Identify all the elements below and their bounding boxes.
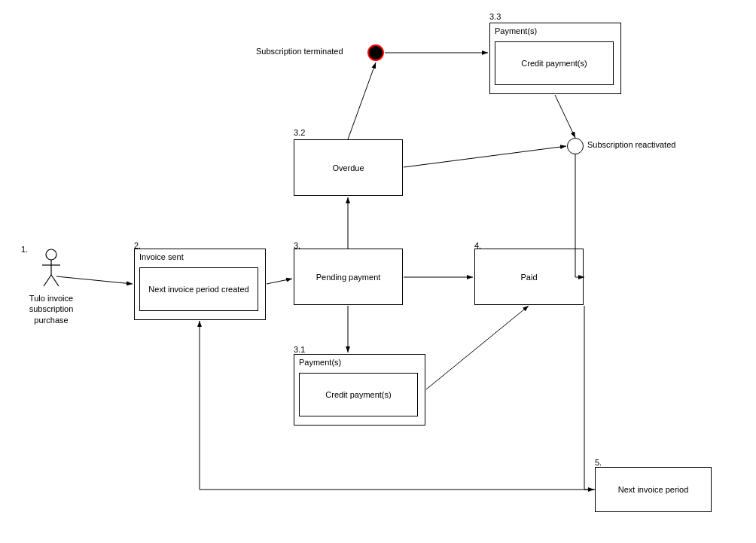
payments-31-outer-label: Payment(s) bbox=[294, 355, 425, 370]
pending-payment-box: Pending payment bbox=[294, 249, 403, 305]
arrow-32-to-end bbox=[348, 63, 376, 139]
next-invoice-label: Next invoice period bbox=[618, 485, 689, 494]
payments-33-outer-box: Payment(s) Credit payment(s) bbox=[489, 23, 621, 94]
invoice-sent-box: Invoice sent Next invoice period created bbox=[134, 249, 266, 320]
node5-number: 5. bbox=[595, 458, 602, 467]
credit-payments-33-box: Credit payment(s) bbox=[495, 41, 614, 85]
arrow-4-to-5 bbox=[584, 306, 594, 490]
overdue-label: Overdue bbox=[332, 163, 364, 172]
arrow-33-to-junction bbox=[555, 95, 575, 138]
overdue-box: Overdue bbox=[294, 139, 403, 196]
end-state bbox=[367, 44, 384, 61]
node33-number: 3.3 bbox=[489, 12, 501, 21]
svg-line-4 bbox=[51, 275, 59, 286]
next-invoice-box: Next invoice period bbox=[595, 467, 712, 512]
credit-payments-31-label: Credit payment(s) bbox=[325, 390, 391, 399]
next-invoice-period-created-box: Next invoice period created bbox=[139, 267, 258, 311]
subscription-reactivated-label: Subscription reactivated bbox=[587, 140, 675, 149]
pending-payment-label: Pending payment bbox=[316, 273, 381, 282]
node31-number: 3.1 bbox=[294, 345, 305, 354]
invoice-sent-label: Invoice sent bbox=[135, 249, 265, 264]
credit-payments-31-box: Credit payment(s) bbox=[299, 373, 418, 416]
payments-33-outer-label: Payment(s) bbox=[490, 23, 620, 38]
junction-circle bbox=[567, 138, 584, 154]
actor-label: Tulo invoice subscription purchase bbox=[21, 293, 81, 325]
actor: Tulo invoice subscription purchase bbox=[21, 249, 81, 325]
arrow-31-to-paid bbox=[426, 306, 529, 389]
arrow-2-to-3 bbox=[267, 279, 292, 284]
svg-line-3 bbox=[44, 275, 51, 286]
subscription-terminated-label: Subscription terminated bbox=[256, 47, 343, 56]
diagram: Tulo invoice subscription purchase 1. 2.… bbox=[0, 0, 756, 543]
actor-number: 1. bbox=[21, 245, 28, 254]
paid-label: Paid bbox=[520, 273, 537, 282]
paid-box: Paid bbox=[474, 249, 584, 305]
arrow-32-to-junction bbox=[404, 146, 566, 167]
svg-point-0 bbox=[46, 249, 56, 260]
node32-number: 3.2 bbox=[294, 128, 305, 137]
payments-31-outer-box: Payment(s) Credit payment(s) bbox=[294, 354, 425, 426]
credit-payments-33-label: Credit payment(s) bbox=[521, 59, 587, 68]
next-invoice-period-created-label: Next invoice period created bbox=[145, 282, 251, 297]
